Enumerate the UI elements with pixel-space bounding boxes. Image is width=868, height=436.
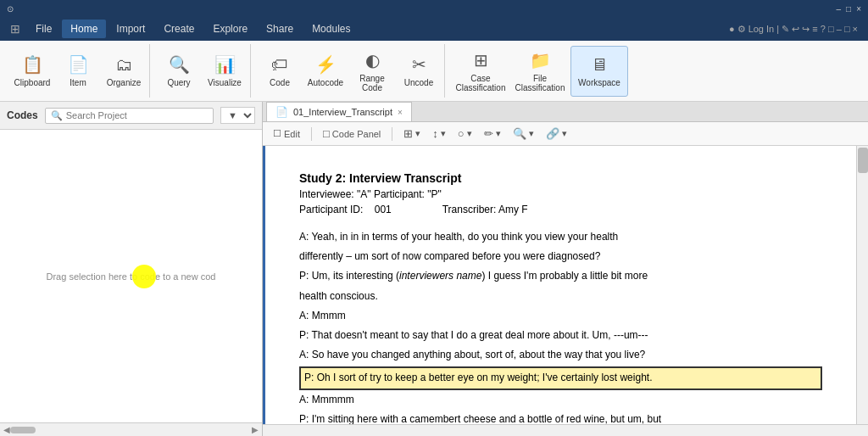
codes-header: Codes 🔍 ▼ (0, 102, 262, 130)
horizontal-scrollbar[interactable] (263, 424, 868, 436)
search-input[interactable] (66, 110, 208, 120)
item-label: Item (70, 78, 86, 87)
query-button[interactable]: 🔍 Query (157, 46, 201, 97)
workspace-icon: 🖥 (591, 55, 608, 75)
shape-button[interactable]: ○ ▾ (454, 126, 476, 142)
document-content-area: Study 2: Interview Transcript Interviewe… (263, 146, 868, 424)
item-button[interactable]: 📄 Item (56, 46, 100, 97)
minimize-icon[interactable]: – (837, 4, 842, 14)
range-code-button[interactable]: ◐ RangeCode (349, 46, 395, 97)
toolbar-sep-1 (311, 127, 312, 141)
link-button[interactable]: 🔗 ▾ (542, 126, 570, 142)
text-line-2: P: Um, its interesting (interviewers nam… (299, 268, 822, 284)
zoom-button[interactable]: 🔍 ▾ (509, 126, 537, 142)
grid-icon: ⊞ (3, 22, 27, 36)
code-panel-button[interactable]: □ Code Panel (320, 126, 384, 142)
text-line-8: A: Mmmmm (299, 392, 822, 408)
code-panel-label: Code Panel (332, 129, 381, 139)
sort-icon: ↕ (432, 127, 438, 140)
text-line-5: P: That doesn't meant to say that I do a… (299, 327, 822, 344)
case-classification-button[interactable]: ⊞ CaseClassification (452, 46, 509, 97)
codes-label: Codes (7, 109, 38, 121)
range-code-icon: ◐ (365, 50, 380, 70)
drag-hint-text: Drag selection here to code to a new cod (47, 271, 216, 282)
clipboard-button[interactable]: 📋 Clipboard (10, 46, 54, 97)
text-line-0: A: Yeah, in in in terms of your health, … (299, 229, 822, 245)
pen-button[interactable]: ✏ ▾ (481, 126, 504, 142)
autocode-label: Autocode (308, 78, 343, 87)
scroll-thumb[interactable] (10, 427, 36, 433)
dropdown-arrow-5: ▾ (529, 128, 534, 139)
menu-explore[interactable]: Explore (204, 20, 256, 38)
codes-body: Drag selection here to code to a new cod (0, 130, 262, 422)
document-meta-row: Participant ID: 001 Transcriber: Amy F (299, 204, 822, 215)
visualize-icon: 📊 (214, 54, 236, 75)
case-classification-label: CaseClassification (456, 74, 506, 92)
shape-icon: ○ (458, 127, 465, 140)
document-tab-icon: 📄 (275, 106, 288, 118)
codes-panel: Codes 🔍 ▼ Drag selection here to code to… (0, 102, 263, 436)
document-title: Study 2: Interview Transcript (299, 171, 822, 185)
autocode-button[interactable]: ⚡ Autocode (303, 46, 348, 97)
main-area: Codes 🔍 ▼ Drag selection here to code to… (0, 102, 868, 436)
uncode-icon: ✂ (412, 54, 426, 75)
code-panel-icon: □ (323, 127, 330, 140)
edit-checkbox-icon: ☐ (273, 128, 281, 139)
tab-bar: 📄 01_Interview_Transcript × (263, 102, 868, 122)
highlighted-text: P: Oh I sort of try to keep a better eye… (299, 366, 822, 389)
uncode-button[interactable]: ✂ Uncode (397, 46, 441, 97)
menu-import[interactable]: Import (108, 20, 153, 38)
search-box[interactable]: 🔍 (45, 108, 214, 124)
codes-scrollbar[interactable]: ◀ ▶ (0, 422, 262, 436)
toolbar-group-classification: ⊞ CaseClassification 📁 FileClassificatio… (448, 44, 632, 98)
file-classification-icon: 📁 (530, 50, 551, 70)
link-icon: 🔗 (546, 127, 559, 140)
clipboard-label: Clipboard (14, 78, 51, 87)
toolbar-group-code: 🏷 Code ⚡ Autocode ◐ RangeCode ✂ Uncode (254, 44, 445, 98)
organize-button[interactable]: 🗂 Organize (102, 46, 146, 97)
tab-close-button[interactable]: × (398, 108, 403, 117)
menu-create[interactable]: Create (155, 20, 203, 38)
text-line-1: differently – um sort of now compared be… (299, 249, 822, 265)
view-options-button[interactable]: ⊞ ▾ (400, 126, 424, 142)
scroll-left-arrow[interactable]: ◀ (3, 425, 10, 434)
file-classification-button[interactable]: 📁 FileClassification (511, 46, 569, 97)
code-label: Code (270, 78, 290, 87)
sort-button[interactable]: ↕ ▾ (429, 126, 449, 142)
text-line-3: health conscious. (299, 288, 822, 305)
text-line-9: P: I'm sitting here with a camembert che… (299, 411, 822, 424)
dropdown-arrow-3: ▾ (467, 128, 472, 139)
visualize-button[interactable]: 📊 Visualize (203, 46, 247, 97)
autocode-icon: ⚡ (315, 54, 337, 75)
title-bar: ⊙ – □ × (0, 0, 868, 17)
text-line-4: A: Mmmm (299, 308, 822, 324)
menu-share[interactable]: Share (258, 20, 302, 38)
maximize-icon[interactable]: □ (846, 4, 851, 14)
transcriber-label: Transcriber: Amy F (442, 204, 528, 215)
menu-home[interactable]: Home (62, 20, 106, 38)
codes-dropdown[interactable]: ▼ (220, 107, 255, 124)
document-tab[interactable]: 📄 01_Interview_Transcript × (266, 102, 412, 121)
document-content: Study 2: Interview Transcript Interviewe… (263, 146, 856, 424)
view-options-icon: ⊞ (403, 127, 413, 140)
close-icon[interactable]: × (856, 4, 861, 14)
document-tab-label: 01_Interview_Transcript (293, 107, 392, 117)
dropdown-arrow-1: ▾ (415, 128, 420, 139)
pen-icon: ✏ (484, 127, 493, 140)
workspace-text: Workspace (578, 78, 620, 87)
workspace-button[interactable]: 🖥 01_Interview_Transcript Workspace (570, 46, 628, 97)
menu-items: File Home Import Create Explore Share Mo… (27, 20, 359, 38)
window-controls[interactable]: – □ × (837, 4, 861, 14)
document-interviewee: Interviewee: "A" Participant: "P" (299, 188, 822, 200)
dropdown-arrow-2: ▾ (441, 128, 446, 139)
code-button[interactable]: 🏷 Code (258, 46, 302, 97)
edit-button[interactable]: ☐ Edit (270, 126, 303, 141)
app-logo: ⊙ (7, 4, 14, 14)
scroll-right-arrow[interactable]: ▶ (252, 425, 259, 434)
zoom-icon: 🔍 (513, 127, 526, 140)
case-classification-icon: ⊞ (474, 50, 488, 70)
clipboard-icon: 📋 (22, 54, 43, 75)
menu-modules[interactable]: Modules (303, 20, 359, 38)
menu-file[interactable]: File (27, 20, 60, 38)
vertical-scrollbar[interactable] (856, 146, 868, 424)
